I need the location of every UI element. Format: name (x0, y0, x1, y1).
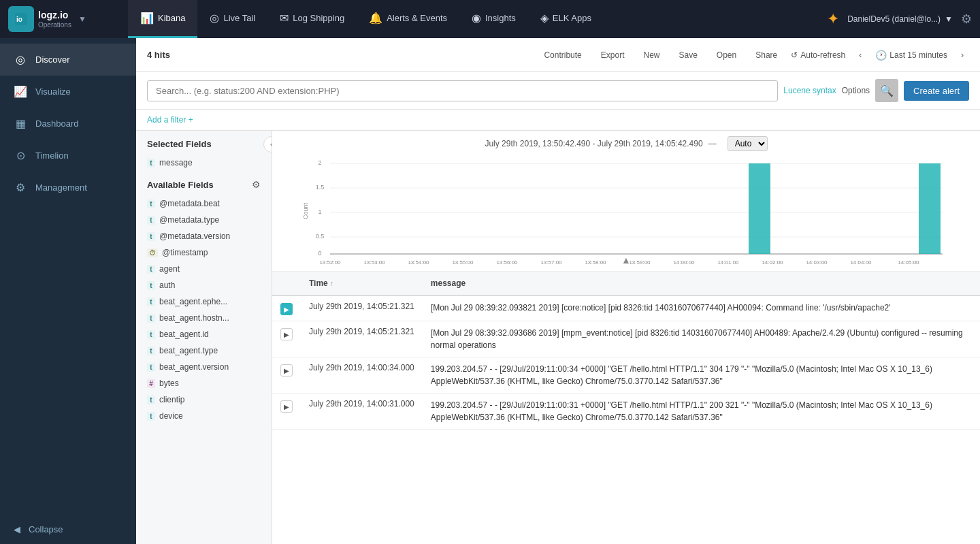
nav-item-insights[interactable]: ◉ Insights (459, 0, 528, 38)
refresh-icon: ↺ (791, 50, 798, 60)
field-name-label: beat_agent.version (159, 362, 229, 372)
svg-text:14:01:00: 14:01:00 (717, 259, 739, 266)
expand-row-button[interactable]: ▶ (280, 303, 293, 315)
nav-alerts-label: Alerts & Events (387, 13, 447, 23)
open-button[interactable]: Open (711, 48, 742, 63)
table-row: ▶ July 29th 2019, 14:05:21.321 [Mon Jul … (272, 295, 980, 321)
available-field-item[interactable]: tdevice (136, 408, 272, 424)
expand-row-button[interactable]: ▶ (280, 328, 293, 340)
available-field-item[interactable]: tclientip (136, 391, 272, 408)
logo-sub: Operations (38, 21, 71, 29)
table-row: ▶ July 29th 2019, 14:00:34.000 199.203.2… (272, 357, 980, 394)
nav-item-logshipping[interactable]: ✉ Log Shipping (267, 0, 357, 38)
field-type-indicator: t (147, 199, 155, 208)
field-name-label: @timestamp (162, 248, 208, 257)
field-name: message (159, 158, 193, 167)
available-field-item[interactable]: tbeat_agent.ephe... (136, 293, 272, 310)
settings-button[interactable]: ⚙ (961, 12, 972, 27)
time-cell: July 29th 2019, 14:00:34.000 (301, 357, 423, 394)
save-button[interactable]: Save (674, 48, 703, 63)
svg-text:13:59:00: 13:59:00 (629, 259, 651, 266)
sidebar-item-discover[interactable]: ◎ Discover (0, 44, 136, 76)
nav-logshipping-label: Log Shipping (293, 13, 344, 23)
nav-item-kibana[interactable]: 📊 Kibana (128, 0, 197, 38)
selected-field-message[interactable]: t message (136, 155, 272, 171)
available-field-item[interactable]: tauth (136, 277, 272, 293)
auto-refresh-button[interactable]: ↺ Auto-refresh (791, 50, 845, 60)
chart-interval-select[interactable]: Auto (728, 136, 768, 151)
expand-row-button[interactable]: ▶ (280, 364, 293, 377)
message-col-header: message (423, 272, 980, 295)
timelion-icon: ⊙ (14, 149, 27, 162)
field-name-label: @metadata.version (159, 231, 230, 241)
search-input[interactable] (147, 80, 778, 101)
field-type-indicator: t (147, 412, 155, 421)
field-name-label: beat_agent.hostn... (159, 313, 229, 323)
nav-insights-label: Insights (485, 13, 516, 23)
available-field-item[interactable]: t@metadata.type (136, 212, 272, 228)
discover-icon: ◎ (14, 53, 27, 66)
available-field-item[interactable]: tagent (136, 261, 272, 277)
add-filter-button[interactable]: Add a filter + (147, 115, 193, 125)
sidebar-item-visualize[interactable]: 📈 Visualize (0, 76, 136, 108)
sort-icon: ↑ (330, 280, 333, 287)
search-submit-button[interactable]: 🔍 (875, 79, 898, 102)
svg-text:2: 2 (318, 159, 321, 166)
sidebar: ◎ Discover 📈 Visualize ▦ Dashboard ⊙ Tim… (0, 38, 136, 544)
svg-text:1.5: 1.5 (316, 184, 325, 191)
livetail-icon: ◎ (210, 12, 219, 25)
clock-icon: 🕐 (875, 50, 887, 61)
lucene-syntax-link[interactable]: Lucene syntax (783, 86, 836, 95)
auto-refresh-label: Auto-refresh (800, 50, 845, 60)
sidebar-item-dashboard[interactable]: ▦ Dashboard (0, 108, 136, 140)
contribute-button[interactable]: Contribute (538, 48, 587, 63)
time-col-header[interactable]: Time ↑ (301, 272, 423, 295)
available-field-item[interactable]: tbeat_agent.version (136, 359, 272, 375)
prev-time-button[interactable]: ‹ (853, 48, 867, 63)
expand-row-button[interactable]: ▶ (280, 400, 293, 413)
nav-elkapps-label: ELK Apps (553, 13, 591, 23)
time-cell: July 29th 2019, 14:05:21.321 (301, 295, 423, 321)
user-menu-button[interactable]: DanielDev5 (daniel@lo...) ▼ (847, 14, 953, 24)
table-area: Time ↑ message ▶ July 29th 2019, 14:05: (272, 272, 980, 544)
available-field-item[interactable]: tbeat_agent.hostn... (136, 310, 272, 326)
sidebar-item-timelion[interactable]: ⊙ Timelion (0, 140, 136, 172)
message-col-label: message (431, 278, 466, 288)
sidebar-collapse-button[interactable]: ◀ Collapse (0, 515, 136, 544)
available-field-item[interactable]: #bytes (136, 375, 272, 391)
filter-row: Add a filter + (136, 110, 980, 131)
field-name-label: @metadata.beat (159, 199, 220, 208)
export-button[interactable]: Export (595, 48, 630, 63)
create-alert-button[interactable]: Create alert (904, 81, 969, 101)
svg-text:13:57:00: 13:57:00 (540, 259, 562, 266)
available-field-item[interactable]: tbeat_agent.type (136, 342, 272, 359)
new-button[interactable]: New (638, 48, 665, 63)
sidebar-item-management[interactable]: ⚙ Management (0, 172, 136, 204)
next-time-button[interactable]: › (956, 48, 969, 63)
field-name-label: @metadata.type (159, 215, 219, 225)
available-field-item[interactable]: t@metadata.version (136, 228, 272, 244)
available-fields-list: t@metadata.beatt@metadata.typet@metadata… (136, 195, 272, 424)
logo-dropdown-icon[interactable]: ▼ (78, 14, 86, 24)
available-fields-settings-button[interactable]: ⚙ (252, 179, 261, 190)
logo-area[interactable]: io logz.io Operations ▼ (8, 6, 117, 32)
field-type-indicator: t (147, 396, 155, 404)
hits-count: 4 hits (147, 50, 170, 60)
available-field-item[interactable]: ⏱@timestamp (136, 244, 272, 261)
available-field-item[interactable]: t@metadata.beat (136, 195, 272, 212)
field-name-label: beat_agent.id (159, 330, 209, 339)
nav-item-alerts[interactable]: 🔔 Alerts & Events (357, 0, 459, 38)
time-range-selector[interactable]: 🕐 Last 15 minutes (875, 50, 947, 61)
insights-icon: ◉ (472, 12, 481, 25)
available-field-item[interactable]: tbeat_agent.id (136, 326, 272, 342)
nav-livetail-label: Live Tail (223, 13, 255, 23)
nav-item-elkapps[interactable]: ◈ ELK Apps (528, 0, 604, 38)
svg-text:13:55:00: 13:55:00 (452, 259, 474, 266)
chart-expand-button[interactable]: ▲ (621, 255, 631, 266)
options-button[interactable]: Options (842, 86, 870, 95)
message-cell: 199.203.204.57 - - [29/Jul/2019:11:00:34… (423, 357, 980, 394)
nav-item-livetail[interactable]: ◎ Live Tail (197, 0, 267, 38)
management-icon: ⚙ (14, 181, 27, 194)
logo-box: io (8, 6, 34, 32)
share-button[interactable]: Share (750, 48, 783, 63)
